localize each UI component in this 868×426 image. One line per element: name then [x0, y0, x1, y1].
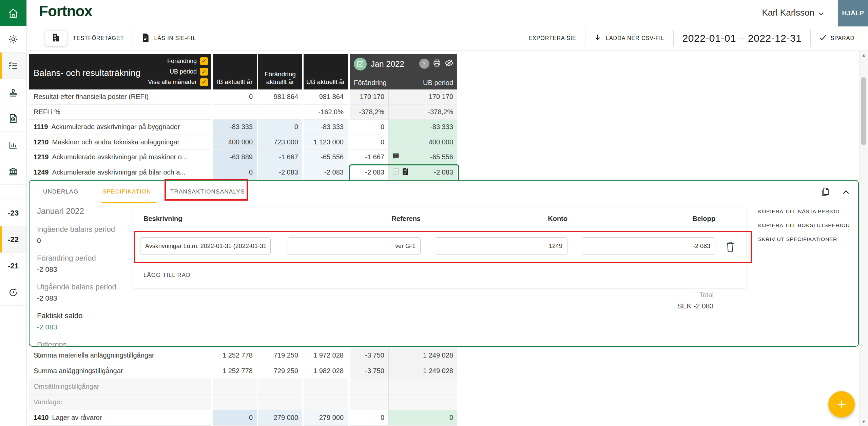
month-change-cell[interactable]: [350, 394, 389, 410]
change-year-cell[interactable]: 729 250: [258, 363, 302, 379]
sidebar-item-history[interactable]: [0, 279, 26, 306]
month-ub-cell[interactable]: 400 000: [389, 135, 457, 150]
month-change-cell[interactable]: -3 750: [350, 363, 389, 379]
change-year-cell[interactable]: 719 250: [258, 348, 302, 363]
ib-cell[interactable]: [213, 379, 257, 394]
description-input[interactable]: [140, 237, 271, 255]
month-change-cell[interactable]: 170 170: [350, 89, 389, 105]
chevron-up-icon[interactable]: [843, 189, 849, 196]
ub-year-cell[interactable]: -2 083: [304, 165, 348, 180]
tab-specifikation[interactable]: SPECIFIKATION: [102, 188, 151, 195]
month-ub-cell[interactable]: -83 333: [389, 120, 457, 135]
account-input[interactable]: [435, 237, 567, 255]
toggle-visa-alla-månader[interactable]: Visa alla månader✓: [148, 78, 208, 86]
change-year-cell[interactable]: -2 083: [258, 165, 302, 180]
month-change-cell[interactable]: -3 750: [350, 348, 389, 363]
ib-cell[interactable]: [213, 105, 257, 120]
month-check-icon[interactable]: [354, 58, 367, 70]
ub-year-cell[interactable]: 279 000: [304, 410, 348, 426]
ub-year-cell[interactable]: -162,0%: [304, 105, 348, 120]
change-year-cell[interactable]: 279 000: [258, 410, 302, 426]
add-row-button[interactable]: LÄGG TILL RAD: [143, 272, 191, 279]
checked-checkbox-icon[interactable]: ✓: [200, 57, 208, 65]
ub-year-cell[interactable]: -83 333: [304, 120, 348, 135]
ub-year-cell[interactable]: [304, 379, 348, 394]
trash-icon[interactable]: [725, 241, 735, 253]
month-ub-cell[interactable]: -2 083: [389, 165, 457, 180]
table-row[interactable]: Summa anläggningstillgångar1 252 778729 …: [29, 363, 457, 379]
toggle-ub-period[interactable]: UB period✓: [148, 67, 208, 76]
month-ub-cell[interactable]: [389, 394, 457, 410]
month-change-cell[interactable]: 0: [350, 120, 389, 135]
ub-year-cell[interactable]: [304, 394, 348, 410]
month-ub-cell[interactable]: [389, 379, 457, 394]
comment-icon[interactable]: [392, 153, 400, 162]
change-year-cell[interactable]: 723 000: [258, 135, 302, 150]
table-row[interactable]: Omsättningstillgångar: [29, 379, 457, 394]
ib-cell[interactable]: 0: [213, 89, 257, 105]
table-row[interactable]: REFI i %-162,0%-378,2%-378,2%: [29, 105, 457, 120]
sidebar-item-statistics[interactable]: [0, 132, 26, 158]
checkbox-icon[interactable]: [392, 168, 400, 177]
stamp-badge-icon[interactable]: [419, 59, 429, 69]
date-range-selector[interactable]: 2022-01-01 – 2022-12-31: [682, 33, 802, 44]
user-menu[interactable]: Karl Karlsson: [762, 7, 824, 18]
month-ub-cell[interactable]: 170 170: [389, 89, 457, 105]
print-specifications-link[interactable]: SKRIV UT SPECIFIKATIONER: [758, 236, 850, 242]
copy-icon[interactable]: [820, 187, 830, 198]
sidebar-item-checklist[interactable]: [0, 53, 26, 79]
sidebar-item-settings[interactable]: [0, 26, 26, 53]
add-button[interactable]: +: [828, 391, 855, 418]
scroll-down-arrow[interactable]: ▼: [860, 419, 868, 424]
download-csv-button[interactable]: LADDA NER CSV-FIL: [594, 34, 664, 43]
month-change-cell[interactable]: -1 667: [350, 150, 389, 165]
table-row[interactable]: 1219Ackumulerade avskrivningar på maskin…: [29, 150, 457, 165]
sidebar-item-bank[interactable]: [0, 158, 26, 185]
table-row[interactable]: 1210Maskiner och andra tekniska anläggni…: [29, 135, 457, 150]
table-row[interactable]: 1119Ackumulerade avskrivningar på byggna…: [29, 120, 457, 135]
clipboard-icon[interactable]: [402, 167, 409, 177]
table-row[interactable]: Varulager: [29, 394, 457, 410]
change-year-cell[interactable]: -1 667: [258, 150, 302, 165]
month-change-cell[interactable]: -2 083: [350, 165, 389, 180]
table-row[interactable]: Resultat efter finansiella poster (REFI)…: [29, 89, 457, 105]
month-change-cell[interactable]: [350, 379, 389, 394]
company-icon-card[interactable]: [45, 31, 67, 46]
ub-year-cell[interactable]: 1 982 028: [304, 363, 348, 379]
ib-cell[interactable]: 0: [213, 165, 257, 180]
month-change-cell[interactable]: 0: [350, 135, 389, 150]
month-ub-cell[interactable]: -65 556: [389, 150, 457, 165]
change-year-cell[interactable]: [258, 379, 302, 394]
month-change-cell[interactable]: 0: [350, 410, 389, 426]
checked-checkbox-icon[interactable]: ✓: [200, 78, 208, 86]
month-ub-cell[interactable]: -378,2%: [389, 105, 457, 120]
month-ub-cell[interactable]: 1 249 028: [389, 363, 457, 379]
month-ub-cell[interactable]: 1 249 028: [389, 348, 457, 363]
sidebar-item-stamp[interactable]: [0, 79, 26, 105]
sidebar-item-home[interactable]: [0, 0, 26, 26]
tab-transaktionsanalys[interactable]: TRANSAKTIONSANALYS: [170, 188, 245, 195]
table-row[interactable]: 1249Ackumulerade avskrivningar på bilar …: [29, 165, 457, 180]
scrollbar-thumb[interactable]: [861, 77, 866, 145]
copy-closing-period-link[interactable]: KOPIERA TILL BOKSLUTSPERIOD: [758, 222, 850, 228]
tab-underlag[interactable]: UNDERLAG: [43, 188, 78, 195]
company-button[interactable]: TESTFÖRETAGET: [73, 35, 124, 41]
ib-cell[interactable]: 400 000: [213, 135, 257, 150]
ib-cell[interactable]: -63 889: [213, 150, 257, 165]
vertical-scrollbar[interactable]: ▲ ▼: [859, 50, 868, 426]
sidebar-item-reports[interactable]: [0, 105, 26, 132]
change-year-cell[interactable]: [258, 105, 302, 120]
ib-cell[interactable]: 1 252 778: [213, 348, 257, 363]
help-button[interactable]: HJÄLP: [838, 0, 868, 26]
ub-year-cell[interactable]: 1 972 028: [304, 348, 348, 363]
table-row[interactable]: 1410Lager av råvaror0279 000279 00000: [29, 410, 457, 426]
ib-cell[interactable]: 0: [213, 410, 257, 426]
read-sie-button[interactable]: LÄS IN SIE-FIL: [142, 33, 196, 43]
reference-input[interactable]: [288, 237, 421, 255]
eye-off-icon[interactable]: [444, 58, 454, 69]
export-sie-button[interactable]: EXPORTERA SIE: [528, 35, 576, 41]
month-change-cell[interactable]: -378,2%: [350, 105, 389, 120]
ib-cell[interactable]: 1 252 778: [213, 363, 257, 379]
ub-year-cell[interactable]: 1 123 000: [304, 135, 348, 150]
ib-cell[interactable]: -83 333: [213, 120, 257, 135]
